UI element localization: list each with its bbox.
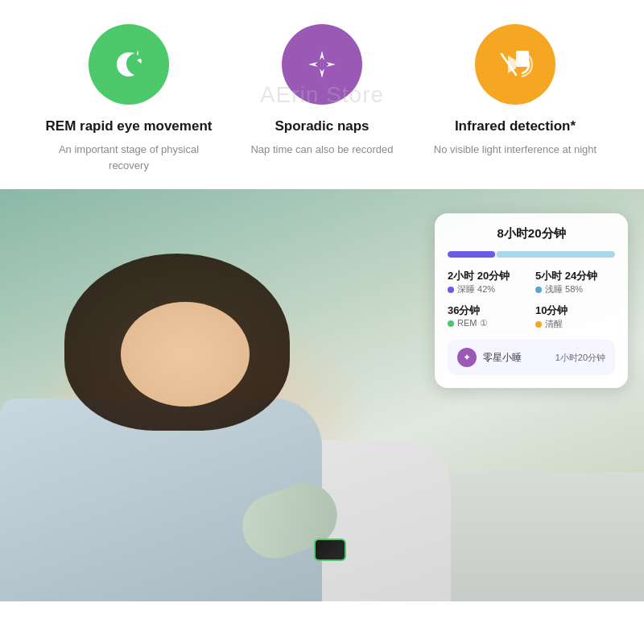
naps-title: Sporadic naps [275,118,369,135]
stat-deep-label: 深睡 42% [448,283,527,295]
rem-title: REM rapid eye movement [46,118,213,135]
stat-light-label: 浅睡 58% [535,283,615,295]
stat-rem: 36分钟 REM ① [448,303,527,330]
stat-awake: 10分钟 清醒 [535,303,615,330]
feature-infrared: Infrared detection* No visible light int… [427,24,604,158]
stat-rem-value: 36分钟 [448,303,527,318]
sleep-bar-light [497,251,615,258]
stat-awake-value: 10分钟 [535,303,615,318]
rem-icon [107,43,151,86]
features-section: AErin Store REM rapid eye movement An im… [0,0,644,189]
dot-awake [535,321,542,328]
nap-row: ✦ 零星小睡 1小时20分钟 [448,340,615,375]
naps-icon [300,43,344,86]
sleep-bar [448,251,615,258]
person-face [121,302,250,407]
nap-label: 零星小睡 [483,351,549,365]
infrared-desc: No visible light interference at night [434,142,597,158]
rem-icon-circle [89,24,169,105]
naps-icon-circle [282,24,362,105]
dot-light [535,287,542,293]
stat-rem-label: REM ① [448,318,527,328]
feature-rem: REM rapid eye movement An important stag… [40,24,217,173]
stat-awake-label: 清醒 [535,318,615,330]
sleep-total-time: 8小时20分钟 [448,226,615,242]
nap-icon: ✦ [457,348,477,367]
stat-light-value: 5小时 24分钟 [535,269,615,283]
sleep-stats-card: 8小时20分钟 2小时 20分钟 深睡 42% 5小时 24分钟 浅睡 58% [435,213,628,388]
infrared-title: Infrared detection* [455,118,576,135]
stat-light: 5小时 24分钟 浅睡 58% [535,269,615,295]
nap-time: 1小时20分钟 [555,352,605,364]
sleep-bar-deep [448,251,495,258]
dot-deep [448,287,454,293]
stat-deep-value: 2小时 20分钟 [448,269,527,283]
stat-deep: 2小时 20分钟 深睡 42% [448,269,527,295]
infrared-icon [493,43,537,86]
dot-rem [448,320,454,327]
sleep-stats-grid: 2小时 20分钟 深睡 42% 5小时 24分钟 浅睡 58% 36分钟 REM… [448,269,615,330]
feature-naps: Sporadic naps Nap time can also be recor… [233,24,411,158]
infrared-icon-circle [475,24,555,105]
rem-desc: An important stage of physical recovery [40,142,217,173]
naps-desc: Nap time can also be recorded [250,142,393,158]
wristband-device [314,539,346,561]
photo-section: 8小时20分钟 2小时 20分钟 深睡 42% 5小时 24分钟 浅睡 58% [0,189,644,601]
